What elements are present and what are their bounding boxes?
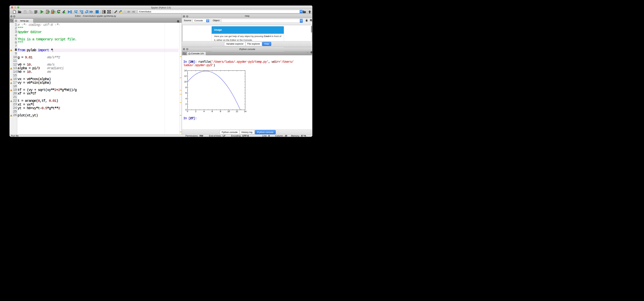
svg-text:4: 4 xyxy=(186,98,187,100)
svg-text:12: 12 xyxy=(236,110,238,113)
svg-text:12: 12 xyxy=(184,75,187,78)
svg-text:6: 6 xyxy=(186,92,187,94)
svg-text:10: 10 xyxy=(184,81,187,83)
svg-text:8: 8 xyxy=(220,110,221,113)
svg-text:0: 0 xyxy=(187,110,188,113)
svg-text:6: 6 xyxy=(212,110,213,113)
svg-text:8: 8 xyxy=(186,86,187,89)
svg-text:2: 2 xyxy=(195,110,196,113)
svg-text:4: 4 xyxy=(204,110,205,113)
svg-text:2: 2 xyxy=(186,103,187,105)
svg-text:0: 0 xyxy=(186,109,187,111)
svg-text:14: 14 xyxy=(244,110,246,113)
svg-text:14: 14 xyxy=(184,69,187,72)
svg-text:10: 10 xyxy=(228,110,230,113)
